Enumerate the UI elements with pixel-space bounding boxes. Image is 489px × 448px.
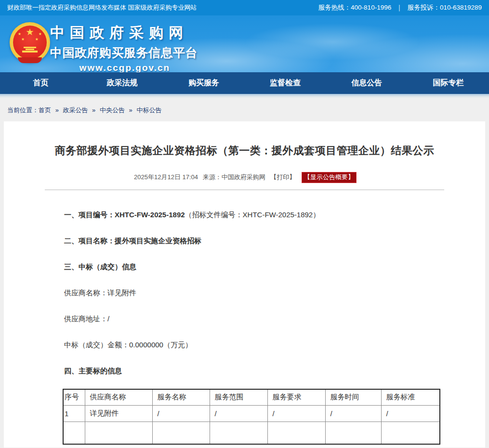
table-header-row: 序号 供应商名称 服务名称 服务范围 服务要求 服务时间 服务标准 [63,389,440,405]
breadcrumb-prefix: 当前位置： [7,106,39,114]
paragraph-award-info-heading: 三、中标（成交）信息 [64,262,425,272]
cell-supplier: 详见附件 [85,405,152,422]
cell-empty [325,422,381,444]
cell-empty [381,422,440,444]
article-title: 商务部援外项目实施企业资格招标（第一类：援外成套项目管理企业）结果公示 [4,121,485,158]
cell-index: 1 [63,405,85,422]
topbar-divider: ｜ [396,3,402,12]
site-url: www.ccgp.gov.cn [50,63,199,72]
main-nav: 首页 政采法规 购买服务 监督检查 信息公告 国际专栏 [0,72,489,94]
breadcrumb-separator: » [55,106,59,114]
nav-item-supervision[interactable]: 监督检查 [245,72,326,94]
show-summary-button[interactable]: 【显示公告概要】 [302,172,357,183]
project-number-bold: 一、项目编号：XHTC-FW-2025-1892 [64,211,185,219]
national-emblem-icon: ★ ★ ★ ★ ★ [10,22,50,63]
breadcrumb-separator: » [92,106,95,114]
cell-empty [210,422,267,444]
article-meta: 2025年12月12日 17:04 来源：中国政府采购网 【打印】 【显示公告概… [4,172,485,183]
nav-item-announcements[interactable]: 信息公告 [326,72,408,94]
cell-empty [63,422,85,444]
site-logo[interactable]: ★ ★ ★ ★ ★ [10,22,50,63]
print-button[interactable]: 【打印】 [270,173,295,181]
breadcrumb: 当前位置：首页 » 政采公告 » 中央公告 » 中标公告 [0,98,489,121]
nav-bottom-strip [0,94,489,98]
col-header-service-standard: 服务标准 [381,389,440,405]
paragraph-supplier-name: 供应商名称：详见附件 [64,288,425,298]
col-header-index: 序号 [63,389,85,405]
table-row-empty [63,422,440,444]
site-slogan: 财政部唯一指定政府采购信息网络发布媒体 国家级政府采购专业网站 [7,3,197,12]
cell-service-name: / [152,405,210,422]
nav-item-regulations[interactable]: 政采法规 [81,72,163,94]
paragraph-supplier-address: 供应商地址：/ [64,314,425,324]
cell-empty [267,422,325,444]
article-source: 来源：中国政府采购网 [203,173,265,181]
article-datetime: 2025年12月12日 17:04 [134,173,198,181]
col-header-supplier: 供应商名称 [85,389,152,405]
cell-service-scope: / [210,405,267,422]
table-row: 1 详见附件 / / / / / [63,405,440,422]
top-service-bar: 财政部唯一指定政府采购信息网络发布媒体 国家级政府采购专业网站 服务热线：400… [0,0,489,15]
cell-empty [152,422,210,444]
cell-service-requirement: / [267,405,325,422]
cell-service-time: / [325,405,381,422]
tender-doc-number: （招标文件编号：XHTC-FW-2025-1892） [185,211,320,219]
award-info-bold: 三、中标（成交）信息 [64,263,136,271]
project-name-bold: 二、项目名称：援外项目实施企业资格招标 [64,237,201,245]
article-body: 一、项目编号：XHTC-FW-2025-1892（招标文件编号：XHTC-FW-… [4,190,485,445]
col-header-service-requirement: 服务要求 [267,389,325,405]
paragraph-project-number: 一、项目编号：XHTC-FW-2025-1892（招标文件编号：XHTC-FW-… [64,210,425,220]
nav-item-purchase-services[interactable]: 购买服务 [163,72,244,94]
paragraph-main-subject-heading: 四、主要标的信息 [64,366,425,376]
col-header-service-name: 服务名称 [152,389,210,405]
article-panel: 商务部援外项目实施企业资格招标（第一类：援外成套项目管理企业）结果公示 2025… [4,121,485,448]
col-header-service-scope: 服务范围 [210,389,267,405]
site-name: 中国政府采购网 [50,23,199,43]
main-subject-table: 序号 供应商名称 服务名称 服务范围 服务要求 服务时间 服务标准 1 详见附件… [63,389,440,445]
cell-empty [85,422,152,444]
breadcrumb-item-award-announcements[interactable]: 中标公告 [136,106,161,114]
col-header-service-time: 服务时间 [325,389,381,405]
site-header-banner: ★ ★ ★ ★ ★ 中国政府采购网 中国政府购买服务信息平台 www.ccgp.… [0,15,489,72]
nav-item-home[interactable]: 首页 [0,72,81,94]
breadcrumb-item-home[interactable]: 首页 [39,106,51,114]
breadcrumb-item-central-announcements[interactable]: 中央公告 [100,106,125,114]
main-subject-bold: 四、主要标的信息 [64,367,122,375]
paragraph-award-amount: 中标（成交）金额：0.0000000（万元） [64,340,425,350]
site-subtitle: 中国政府购买服务信息平台 [50,45,199,61]
service-hotline: 服务热线：400-810-1996 [318,3,392,12]
breadcrumb-item-procurement-announcements[interactable]: 政采公告 [63,106,88,114]
cell-service-standard: / [381,405,440,422]
nav-item-international[interactable]: 国际专栏 [408,72,489,94]
service-complaint: 服务投诉：010-63819289 [407,3,482,12]
paragraph-project-name: 二、项目名称：援外项目实施企业资格招标 [64,236,425,246]
breadcrumb-separator: » [129,106,132,114]
